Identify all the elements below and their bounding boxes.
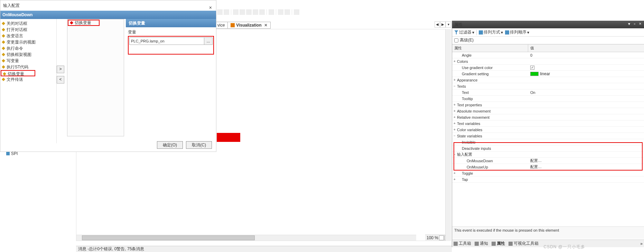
tab-close-icon[interactable]: ✕	[264, 23, 268, 28]
tab-next-icon[interactable]: ▶	[440, 21, 446, 28]
properties-toolbar: 过滤器▾ 排列方式▾ 排列顺序▾	[452, 28, 644, 37]
action-file-transfer[interactable]: 文件传送	[0, 76, 56, 83]
toolbar-icon[interactable]	[269, 9, 274, 15]
tabs-more-icon[interactable]: »	[640, 241, 643, 246]
panel-close-icon[interactable]: ×	[638, 22, 643, 27]
action-execute-command[interactable]: 执行命令	[0, 45, 56, 51]
ok-button[interactable]: 确定(O)	[157, 141, 183, 149]
zoom-search-icon[interactable]	[439, 235, 444, 240]
prop-appearance[interactable]: +Appearance	[452, 77, 644, 83]
advanced-label: 高级(E)	[460, 37, 474, 43]
toolbar-icon[interactable]	[224, 9, 229, 15]
main-toolbar	[217, 8, 299, 16]
advanced-checkbox[interactable]	[454, 38, 458, 42]
remove-button[interactable]: <	[57, 76, 64, 84]
prop-texts[interactable]: −Texts	[452, 83, 644, 89]
prop-angle[interactable]: Angle0	[452, 52, 644, 58]
prop-use-gradient[interactable]: Use gradient color	[452, 65, 644, 71]
toolbar-icon[interactable]	[246, 9, 252, 15]
prop-tap[interactable]: +Tap	[452, 176, 644, 183]
properties-title: 属性	[454, 22, 463, 27]
prop-text-variables[interactable]: +Text variables	[452, 120, 644, 127]
prop-toggle[interactable]: +Toggle	[452, 170, 644, 176]
checkbox-icon[interactable]	[530, 66, 534, 70]
dialog-title-bar: 输入配置 ×	[0, 0, 216, 11]
scroll-thumb[interactable]	[82, 235, 255, 240]
prop-onmousedown[interactable]: OnMouseDown配置…	[452, 158, 644, 164]
selected-actions-panel: 切换变量	[67, 19, 124, 136]
message-bar: 消息 -总计0个错误, 0警告, 75条消息	[76, 246, 452, 252]
properties-title-bar: 属性 ▾ ▫ ×	[452, 21, 644, 28]
toolbar-icon[interactable]	[278, 9, 283, 15]
tab-notifications[interactable]: 通知	[475, 241, 488, 246]
tab-visualization[interactable]: Visualization ✕	[227, 22, 271, 29]
close-icon[interactable]: ×	[207, 2, 214, 13]
action-execute-st[interactable]: 执行ST代码	[0, 64, 56, 70]
add-button[interactable]: >	[57, 66, 64, 73]
variable-input[interactable]	[129, 37, 204, 45]
prop-gradient-setting[interactable]: Gradient settinglinear	[452, 71, 644, 77]
toolbar-icon[interactable]	[259, 9, 265, 15]
tab-nav: ◀ ▶ ▾	[435, 21, 451, 28]
prop-color-variables[interactable]: +Color variables	[452, 127, 644, 133]
action-switch-frame[interactable]: 切换框架视图	[0, 51, 56, 58]
sort-order-button[interactable]: 排列顺序▾	[505, 29, 529, 35]
prop-relative-movement[interactable]: +Relative movement	[452, 114, 644, 120]
sort-mode-button[interactable]: 排列方式▾	[479, 29, 503, 35]
prop-text-properties[interactable]: +Text properties	[452, 102, 644, 108]
cancel-button[interactable]: 取消(C)	[186, 141, 212, 149]
selected-action-item[interactable]: 切换变量	[68, 20, 100, 26]
grid-header: 属性 值	[452, 45, 644, 52]
props-icon	[492, 242, 496, 246]
toolbar-icon[interactable]	[284, 9, 290, 15]
col-value: 值	[528, 45, 536, 52]
action-change-view[interactable]: 变更显示的视图	[0, 39, 56, 45]
prop-onmouseup[interactable]: OnMouseUp配置…	[452, 164, 644, 170]
prop-invisible[interactable]: Invisible	[452, 139, 644, 145]
middle-column: 切换变量 > <	[57, 19, 126, 143]
tab-vis-toolbox[interactable]: 可视化工具箱	[508, 241, 539, 246]
toolbar-icon[interactable]	[240, 9, 245, 15]
visualization-icon	[231, 23, 235, 27]
prop-colors[interactable]: +Colors	[452, 58, 644, 65]
panel-dropdown-icon[interactable]: ▾	[627, 22, 632, 27]
toolbar-icon[interactable]	[233, 9, 239, 15]
advanced-row[interactable]: 高级(E)	[452, 37, 644, 44]
action-write-variable[interactable]: 写变量	[0, 58, 56, 64]
prop-deactivate-inputs[interactable]: Deactivate inputs	[452, 145, 644, 152]
vertical-scrollbar[interactable]	[445, 29, 451, 241]
action-change-language[interactable]: 改变语言	[0, 33, 56, 39]
bell-icon	[475, 242, 479, 246]
browse-button[interactable]: ...	[204, 37, 213, 45]
tab-label: vice	[217, 23, 225, 28]
separator	[267, 9, 267, 15]
toolbar-icon[interactable]	[253, 9, 258, 15]
col-property: 属性	[452, 45, 528, 52]
separator	[476, 30, 477, 35]
tab-prev-icon[interactable]: ◀	[435, 21, 440, 28]
tab-properties[interactable]: 属性	[492, 241, 505, 246]
horizontal-scrollbar[interactable]	[76, 235, 416, 241]
prop-input-config[interactable]: −输入配置	[452, 152, 644, 158]
prop-tooltip[interactable]: Tooltip	[452, 96, 644, 102]
sort-icon	[479, 30, 483, 35]
tab-toolbox[interactable]: 工具箱	[454, 241, 471, 246]
sort-label: 排列方式	[484, 29, 500, 35]
toolbar-icon[interactable]	[294, 9, 299, 15]
separator	[292, 9, 292, 15]
variable-label: 变量	[128, 29, 214, 35]
action-toggle-variable[interactable]: 切换变量	[1, 70, 35, 76]
tree-item-spi[interactable]: SPI	[6, 151, 18, 156]
action-open-dialog[interactable]: 打开对话框	[0, 27, 56, 33]
message-text: 消息 -总计0个错误, 0警告, 75条消息	[78, 246, 144, 251]
prop-absolute-movement[interactable]: +Absolute movement	[452, 108, 644, 114]
prop-text[interactable]: TextOn	[452, 89, 644, 96]
action-close-dialog[interactable]: 关闭对话框	[0, 20, 56, 27]
panel-pin-icon[interactable]: ▫	[632, 22, 637, 27]
canvas-rectangle[interactable]	[217, 133, 240, 142]
toolbar-icon[interactable]	[217, 9, 223, 15]
tab-dropdown-icon[interactable]: ▾	[446, 21, 451, 28]
filter-button[interactable]: 过滤器▾	[454, 29, 474, 35]
prop-state-variables[interactable]: −State variables	[452, 133, 644, 139]
separator	[231, 9, 231, 15]
